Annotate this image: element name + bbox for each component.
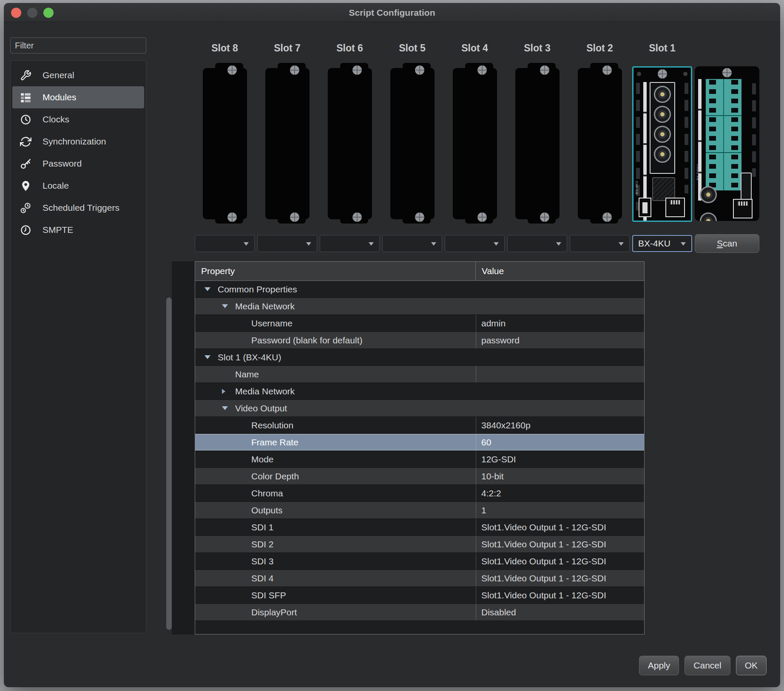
screw-icon xyxy=(602,212,612,222)
sidebar-item-password[interactable]: Password xyxy=(12,153,144,175)
screw-icon xyxy=(290,212,299,222)
map-pin-icon xyxy=(20,180,31,192)
slot-2-module-dropdown[interactable] xyxy=(570,235,630,252)
sdi-4-value[interactable]: Slot1.Video Output 1 - 12G-SDI xyxy=(481,573,606,583)
sidebar-item-clocks[interactable]: Clocks xyxy=(12,108,144,130)
password-value[interactable]: password xyxy=(481,335,520,346)
username-value[interactable]: admin xyxy=(481,318,506,329)
collapse-triangle-icon[interactable] xyxy=(205,287,210,291)
resolution-value[interactable]: 3840x2160p xyxy=(481,420,531,430)
screw-icon xyxy=(540,212,549,222)
slot-4-empty-card[interactable] xyxy=(453,68,497,219)
wrench-icon xyxy=(20,70,31,81)
collapse-triangle-icon[interactable] xyxy=(222,406,228,410)
sdi-sfp-value[interactable]: Slot1.Video Output 1 - 12G-SDI xyxy=(481,590,606,600)
screw-icon xyxy=(227,212,237,222)
expansion-module-card[interactable]: BX-CON1 xyxy=(695,66,759,221)
sidebar-item-smpte[interactable]: SMPTE xyxy=(12,219,144,241)
screw-icon xyxy=(722,68,732,77)
slot-4-module-dropdown[interactable] xyxy=(445,235,505,252)
sdi-1-value[interactable]: Slot1.Video Output 1 - 12G-SDI xyxy=(481,522,606,532)
expansion-label-spacer xyxy=(695,41,759,55)
frame-rate-value[interactable]: 60 xyxy=(481,437,491,447)
color-depth-value[interactable]: 10-bit xyxy=(481,471,504,481)
ok-button[interactable]: OK xyxy=(736,656,767,675)
property-row-displayport[interactable]: DisplayPort Disabled xyxy=(195,604,644,621)
property-row-color-depth[interactable]: Color Depth 10-bit xyxy=(195,468,644,485)
scan-button[interactable]: Scan xyxy=(695,234,759,253)
sdi-2-value[interactable]: Slot1.Video Output 1 - 12G-SDI xyxy=(481,539,606,549)
chroma-value[interactable]: 4:2:2 xyxy=(481,488,501,498)
vent-slots xyxy=(685,83,688,193)
property-column-header: Property xyxy=(195,262,475,280)
table-gutter xyxy=(172,261,195,634)
screw-icon xyxy=(477,212,487,222)
property-row-sdi-sfp[interactable]: SDI SFP Slot1.Video Output 1 - 12G-SDI xyxy=(195,587,644,604)
slot-6-empty-card[interactable] xyxy=(328,68,372,219)
screw-icon xyxy=(602,65,612,75)
slot-1-module-card[interactable]: BX-4KU xyxy=(632,66,692,222)
property-row-resolution[interactable]: Resolution 3840x2160p xyxy=(195,417,644,434)
sidebar-item-general[interactable]: General xyxy=(12,64,144,86)
property-row-name[interactable]: Name xyxy=(195,366,644,383)
bnc-connector-icon xyxy=(700,186,717,203)
content-scrollbar[interactable] xyxy=(166,297,172,630)
property-row-slot1-group[interactable]: Slot 1 (BX-4KU) xyxy=(195,349,644,366)
slot-3-label: Slot 3 xyxy=(507,41,567,55)
titlebar: Script Configuration xyxy=(4,3,780,22)
expand-triangle-icon[interactable] xyxy=(222,389,225,394)
bnc-connector-icon xyxy=(654,126,671,143)
property-row-sdi-1[interactable]: SDI 1 Slot1.Video Output 1 - 12G-SDI xyxy=(195,519,644,536)
sidebar-item-synchronization[interactable]: Synchronization xyxy=(12,130,144,153)
property-row-common-properties[interactable]: Common Properties xyxy=(195,281,644,298)
slot-6-module-dropdown[interactable] xyxy=(320,235,380,252)
slot-8-empty-card[interactable] xyxy=(203,68,247,219)
slot-4-column: Slot 4 xyxy=(445,41,505,240)
faceplate-strip xyxy=(698,79,702,201)
screw-icon xyxy=(540,65,549,75)
slot-8-module-dropdown[interactable] xyxy=(195,235,255,252)
value-column-header: Value xyxy=(476,262,644,280)
bnc-connector-icon xyxy=(700,212,717,221)
property-row-mode[interactable]: Mode 12G-SDI xyxy=(195,451,644,468)
property-row-sdi-4[interactable]: SDI 4 Slot1.Video Output 1 - 12G-SDI xyxy=(195,570,644,587)
slot-2-label: Slot 2 xyxy=(570,41,630,55)
collapse-triangle-icon[interactable] xyxy=(205,355,210,359)
slot-2-empty-card[interactable] xyxy=(578,68,622,219)
slot-7-empty-card[interactable] xyxy=(265,68,310,219)
slot-3-module-dropdown[interactable] xyxy=(507,235,567,252)
key-icon xyxy=(20,158,31,170)
property-row-username[interactable]: Username admin xyxy=(195,315,644,332)
slot-5-empty-card[interactable] xyxy=(390,68,435,219)
slot-3-empty-card[interactable] xyxy=(515,68,560,219)
property-row-video-output[interactable]: Video Output xyxy=(195,400,644,417)
sidebar-item-modules[interactable]: Modules xyxy=(12,86,144,108)
desktop: Script Configuration General Modules xyxy=(0,0,784,691)
slot-8-label: Slot 8 xyxy=(195,41,255,55)
outputs-value[interactable]: 1 xyxy=(481,505,486,515)
property-row-slot1-media-network[interactable]: Media Network xyxy=(195,383,644,400)
sidebar-item-locale[interactable]: Locale xyxy=(12,175,144,197)
filter-input[interactable] xyxy=(10,37,146,54)
module-slots: Slot 8 Slot 7 Slot 6 Slot 5 Slot 4 Slot … xyxy=(195,41,759,240)
property-row-sdi-3[interactable]: SDI 3 Slot1.Video Output 1 - 12G-SDI xyxy=(195,553,644,570)
collapse-triangle-icon[interactable] xyxy=(222,304,228,308)
property-row-sdi-2[interactable]: SDI 2 Slot1.Video Output 1 - 12G-SDI xyxy=(195,536,644,553)
property-row-media-network[interactable]: Media Network xyxy=(195,298,644,315)
sidebar-item-scheduled-triggers[interactable]: Scheduled Triggers xyxy=(12,197,144,219)
mode-value[interactable]: 12G-SDI xyxy=(481,454,516,464)
displayport-value[interactable]: Disabled xyxy=(481,607,516,617)
slot-5-module-dropdown[interactable] xyxy=(382,235,442,252)
ethernet-port xyxy=(733,199,753,218)
sdi-3-value[interactable]: Slot1.Video Output 1 - 12G-SDI xyxy=(481,556,606,566)
apply-button[interactable]: Apply xyxy=(639,656,679,675)
property-row-frame-rate[interactable]: Frame Rate 60 xyxy=(195,434,644,451)
sdi-connector-panel xyxy=(650,82,675,174)
screw-icon xyxy=(658,69,667,79)
cancel-button[interactable]: Cancel xyxy=(685,656,730,675)
property-row-outputs[interactable]: Outputs 1 xyxy=(195,502,644,519)
property-row-password[interactable]: Password (blank for default) password xyxy=(195,332,644,349)
slot-7-module-dropdown[interactable] xyxy=(257,235,317,252)
property-row-chroma[interactable]: Chroma 4:2:2 xyxy=(195,485,644,502)
slot-1-module-dropdown[interactable]: BX-4KU xyxy=(632,235,692,252)
